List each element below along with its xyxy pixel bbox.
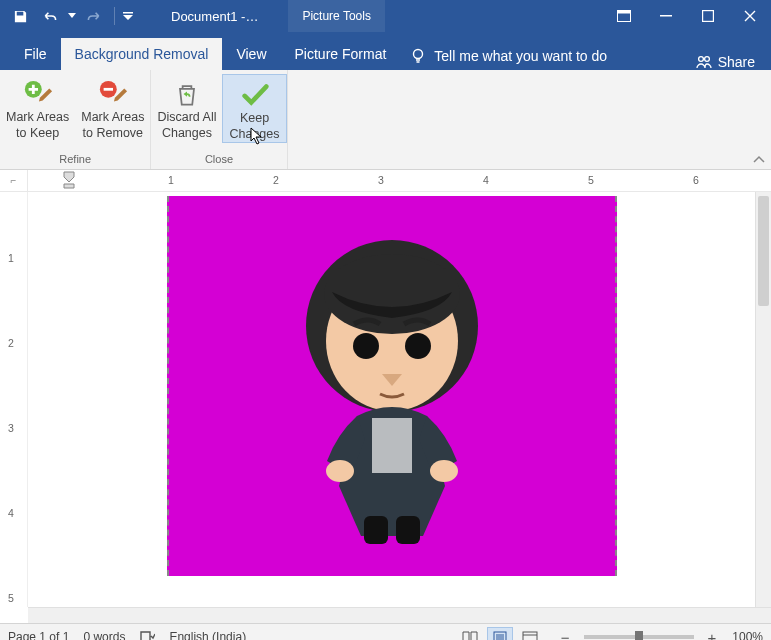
maximize-icon — [702, 10, 714, 22]
svg-rect-22 — [523, 632, 537, 640]
save-icon — [13, 9, 28, 24]
web-layout-button[interactable] — [517, 627, 543, 640]
ruler-corner: ⌐ — [0, 170, 28, 191]
minimize-icon — [660, 10, 672, 22]
check-icon — [240, 81, 270, 109]
figure-illustration — [262, 216, 522, 556]
undo-button[interactable] — [36, 2, 64, 30]
ruler-tick: 4 — [483, 174, 489, 186]
zoom-slider-knob[interactable] — [635, 631, 643, 640]
maximize-button[interactable] — [687, 0, 729, 32]
redo-button[interactable] — [80, 2, 108, 30]
ruler-tick: 5 — [8, 592, 14, 604]
vertical-scrollbar[interactable] — [755, 192, 771, 607]
svg-rect-1 — [618, 11, 631, 14]
redo-icon — [86, 9, 102, 23]
horizontal-scrollbar-row — [0, 607, 771, 623]
web-layout-icon — [522, 631, 538, 640]
rbtn-line1: Discard All — [157, 110, 216, 126]
tab-background-removal[interactable]: Background Removal — [61, 38, 223, 70]
mark-areas-remove-button[interactable]: Mark Areas to Remove — [75, 74, 150, 141]
indent-marker-icon[interactable] — [63, 171, 75, 189]
close-button[interactable] — [729, 0, 771, 32]
svg-point-13 — [405, 333, 431, 359]
rbtn-line1: Keep — [240, 111, 269, 127]
mark-areas-keep-button[interactable]: Mark Areas to Keep — [0, 74, 75, 141]
ribbon-group-close: Discard All Changes Keep Changes Close — [151, 70, 287, 169]
ribbon-options-icon — [617, 10, 631, 22]
recycle-icon — [173, 80, 201, 108]
scrollbar-thumb[interactable] — [758, 196, 769, 306]
chevron-down-icon — [123, 12, 133, 20]
share-label: Share — [718, 54, 755, 70]
svg-point-6 — [704, 57, 709, 62]
zoom-level[interactable]: 100% — [732, 630, 763, 640]
tab-view[interactable]: View — [222, 38, 280, 70]
selected-image[interactable] — [167, 196, 617, 576]
zoom-slider[interactable] — [584, 635, 694, 639]
svg-point-15 — [430, 460, 458, 482]
svg-point-5 — [698, 57, 703, 62]
horizontal-ruler[interactable]: 1 2 3 4 5 6 — [28, 170, 771, 191]
vertical-ruler[interactable]: 1 2 3 4 5 — [0, 192, 28, 607]
tab-picture-format[interactable]: Picture Format — [281, 38, 401, 70]
ruler-tick: 6 — [693, 174, 699, 186]
lightbulb-icon — [410, 48, 426, 64]
document-canvas[interactable] — [28, 192, 755, 607]
keep-changes-button[interactable]: Keep Changes — [222, 74, 286, 143]
qat-customize[interactable] — [121, 2, 135, 30]
svg-rect-3 — [703, 11, 714, 22]
ruler-tick: 2 — [273, 174, 279, 186]
discard-all-changes-button[interactable]: Discard All Changes — [151, 74, 222, 143]
minimize-button[interactable] — [645, 0, 687, 32]
horizontal-scrollbar[interactable] — [28, 607, 755, 623]
share-icon — [696, 54, 712, 70]
tell-me-search[interactable]: Tell me what you want to do — [400, 42, 617, 70]
ruler-tick: 1 — [8, 252, 14, 264]
tab-file[interactable]: File — [10, 38, 61, 70]
chevron-down-icon — [68, 13, 76, 19]
ruler-tick: 5 — [588, 174, 594, 186]
share-button[interactable]: Share — [680, 54, 771, 70]
status-word-count[interactable]: 0 words — [83, 630, 125, 640]
zoom-out-button[interactable]: − — [557, 629, 574, 641]
svg-point-12 — [353, 333, 379, 359]
ruler-tick: 3 — [8, 422, 14, 434]
undo-icon — [42, 9, 58, 23]
ruler-tick: 4 — [8, 507, 14, 519]
spellcheck-icon[interactable] — [139, 630, 155, 640]
separator — [114, 7, 115, 25]
svg-point-4 — [414, 50, 423, 59]
tell-me-placeholder: Tell me what you want to do — [434, 48, 607, 64]
context-tab-picture-tools[interactable]: Picture Tools — [288, 0, 384, 32]
svg-rect-17 — [396, 516, 420, 544]
title-bar: Document1 -… Picture Tools — [0, 0, 771, 32]
ruler-tick: 1 — [168, 174, 174, 186]
undo-dropdown[interactable] — [66, 2, 78, 30]
window-controls — [603, 0, 771, 32]
read-mode-button[interactable] — [457, 627, 483, 640]
read-mode-icon — [462, 631, 478, 640]
svg-rect-2 — [660, 15, 672, 17]
status-bar: Page 1 of 1 0 words English (India) − + … — [0, 623, 771, 640]
rbtn-line2: to Remove — [83, 126, 143, 142]
ruler-row: ⌐ 1 2 3 4 5 6 — [0, 170, 771, 192]
status-page[interactable]: Page 1 of 1 — [8, 630, 69, 640]
zoom-in-button[interactable]: + — [704, 629, 721, 641]
chevron-up-icon — [753, 155, 765, 165]
ruler-tick: 2 — [8, 337, 14, 349]
rbtn-line2: to Keep — [16, 126, 59, 142]
save-button[interactable] — [6, 2, 34, 30]
document-title: Document1 -… — [171, 9, 258, 24]
group-label-close: Close — [205, 153, 233, 169]
svg-rect-16 — [364, 516, 388, 544]
rbtn-line2: Changes — [162, 126, 212, 142]
close-icon — [744, 10, 756, 22]
print-layout-button[interactable] — [487, 627, 513, 640]
print-layout-icon — [492, 631, 508, 640]
collapse-ribbon-button[interactable] — [753, 155, 765, 165]
ribbon: Mark Areas to Keep Mark Areas to Remove … — [0, 70, 771, 170]
status-language[interactable]: English (India) — [169, 630, 246, 640]
ribbon-display-options[interactable] — [603, 0, 645, 32]
rbtn-line1: Mark Areas — [6, 110, 69, 126]
